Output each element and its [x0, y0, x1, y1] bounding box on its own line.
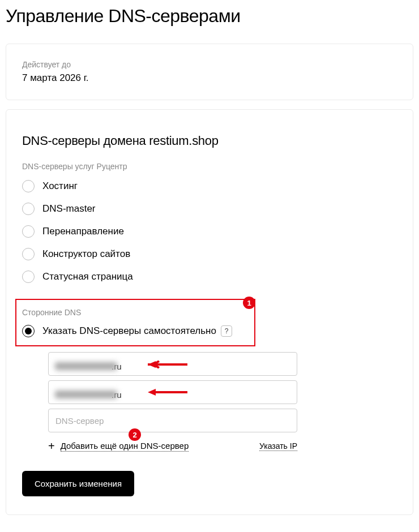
annotation-badge-2: 2: [129, 428, 141, 441]
dns-server-input-3[interactable]: [48, 409, 297, 432]
rucenter-group-label: DNS-серверы услуг Руцентр: [22, 162, 397, 171]
radio-label: Статусная страница: [42, 271, 133, 282]
radio-label: DNS-master: [42, 203, 96, 214]
radio-option-sitebuilder[interactable]: Конструктор сайтов: [22, 248, 397, 260]
radio-label: Конструктор сайтов: [42, 248, 130, 260]
annotation-highlight-box: Сторонние DNS Указать DNS-серверы самост…: [15, 299, 255, 346]
radio-option-hosting[interactable]: Хостинг: [22, 180, 397, 192]
add-dns-server-link[interactable]: + Добавить ещё один DNS-сервер: [48, 440, 189, 452]
annotation-badge-1: 1: [243, 297, 255, 309]
radio-icon[interactable]: [22, 271, 35, 283]
expiry-date: 7 марта 2026 г.: [22, 72, 397, 84]
help-icon[interactable]: ?: [221, 325, 232, 337]
expiry-label: Действует до: [22, 60, 397, 69]
dns-section-title: DNS-серверы домена restium.shop: [22, 134, 397, 148]
radio-option-redirect[interactable]: Перенаправление: [22, 225, 397, 238]
custom-group-label: Сторонние DNS: [22, 308, 249, 317]
add-link-text: Добавить ещё один DNS-сервер: [61, 441, 189, 452]
radio-option-dnsmaster[interactable]: DNS-master: [22, 203, 397, 215]
dns-servers-card: DNS-серверы домена restium.shop DNS-серв…: [6, 109, 413, 515]
specify-ip-link[interactable]: Указать IP: [259, 441, 297, 451]
plus-icon: +: [48, 440, 55, 452]
radio-icon[interactable]: [22, 180, 35, 192]
save-button[interactable]: Сохранить изменения: [22, 471, 134, 496]
dns-inputs-block: .ru .ru + Добавить ещё один DNS-сервер У…: [22, 352, 397, 452]
dns-server-input-2[interactable]: [48, 380, 297, 404]
radio-icon[interactable]: [22, 225, 35, 238]
radio-icon[interactable]: [22, 325, 35, 337]
radio-option-statuspage[interactable]: Статусная страница: [22, 271, 397, 283]
radio-icon[interactable]: [22, 203, 35, 215]
radio-option-custom[interactable]: Указать DNS-серверы самостоятельно ?: [22, 325, 249, 337]
page-title: Управление DNS-серверами: [0, 0, 419, 38]
dns-server-input-1[interactable]: [48, 352, 297, 376]
expiry-card: Действует до 7 марта 2026 г.: [6, 44, 413, 100]
radio-label: Указать DNS-серверы самостоятельно: [42, 325, 216, 337]
radio-icon[interactable]: [22, 248, 35, 260]
radio-label: Перенаправление: [42, 226, 124, 237]
radio-label: Хостинг: [42, 181, 78, 192]
